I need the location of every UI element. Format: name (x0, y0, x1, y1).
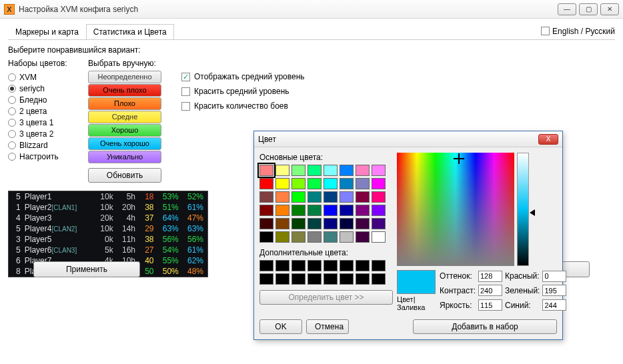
basic-color-cell[interactable] (372, 178, 386, 189)
swatch-Неопределенно[interactable]: Неопределенно (88, 71, 161, 83)
basic-color-cell[interactable] (340, 165, 354, 176)
basic-color-cell[interactable] (259, 231, 273, 243)
custom-color-cell[interactable] (356, 273, 370, 285)
custom-color-cell[interactable] (372, 273, 386, 285)
swatch-Очень плохо[interactable]: Очень плохо (88, 84, 161, 97)
basic-color-cell[interactable] (275, 191, 289, 203)
custom-color-cell[interactable] (324, 260, 338, 271)
basic-color-cell[interactable] (307, 205, 322, 216)
red-input[interactable] (542, 271, 566, 282)
custom-color-cell[interactable] (307, 260, 322, 271)
custom-color-cell[interactable] (340, 273, 354, 285)
hue-input[interactable] (478, 271, 502, 282)
swatch-Очень хорошо[interactable]: Очень хорошо (88, 137, 161, 150)
radio-бледно[interactable]: Бледно (8, 95, 75, 105)
check-paint-avg[interactable] (181, 87, 190, 96)
basic-color-cell[interactable] (356, 205, 370, 216)
basic-color-cell[interactable] (307, 165, 322, 176)
basic-color-cell[interactable] (340, 218, 354, 229)
custom-color-cell[interactable] (307, 273, 322, 285)
basic-color-cell[interactable] (259, 218, 273, 229)
lang-checkbox[interactable] (541, 27, 550, 35)
sat-input[interactable] (478, 285, 502, 296)
close-button[interactable]: ✕ (600, 3, 619, 15)
radio-blizzard[interactable]: Blizzard (8, 141, 75, 150)
basic-color-cell[interactable] (372, 191, 386, 203)
basic-color-cell[interactable] (275, 178, 289, 189)
maximize-button[interactable]: ▢ (579, 3, 598, 15)
basic-color-cell[interactable] (291, 191, 305, 203)
custom-color-cell[interactable] (324, 273, 338, 285)
custom-color-cell[interactable] (275, 273, 289, 285)
add-to-custom-button[interactable]: Добавить в набор (413, 319, 557, 334)
basic-color-cell[interactable] (307, 191, 322, 203)
basic-color-cell[interactable] (275, 231, 289, 243)
basic-color-cell[interactable] (259, 178, 273, 189)
basic-color-cell[interactable] (372, 218, 386, 229)
minimize-button[interactable]: — (558, 3, 576, 15)
basic-color-cell[interactable] (324, 205, 338, 216)
basic-color-cell[interactable] (340, 231, 354, 243)
basic-color-cell[interactable] (307, 178, 322, 189)
custom-color-cell[interactable] (291, 273, 305, 285)
basic-color-cell[interactable] (324, 218, 338, 229)
basic-color-cell[interactable] (275, 205, 289, 216)
basic-color-cell[interactable] (372, 165, 386, 176)
basic-color-cell[interactable] (259, 165, 273, 176)
basic-color-cell[interactable] (307, 218, 322, 229)
basic-color-cell[interactable] (291, 165, 305, 176)
blu-input[interactable] (542, 299, 566, 311)
basic-color-cell[interactable] (275, 165, 289, 176)
radio-3 цвета 1[interactable]: 3 цвета 1 (8, 118, 75, 127)
basic-color-cell[interactable] (291, 178, 305, 189)
custom-color-cell[interactable] (291, 260, 305, 271)
tab-stats[interactable]: Статистика и Цвета (86, 24, 174, 39)
custom-color-cell[interactable] (275, 260, 289, 271)
radio-настроить[interactable]: Настроить (8, 152, 75, 161)
swatch-Уникально[interactable]: Уникально (88, 151, 161, 163)
basic-color-cell[interactable] (340, 178, 354, 189)
lum-input[interactable] (478, 299, 502, 311)
basic-color-cell[interactable] (259, 191, 273, 203)
basic-color-cell[interactable] (356, 191, 370, 203)
luminance-slider[interactable] (517, 153, 529, 266)
basic-color-cell[interactable] (356, 231, 370, 243)
basic-color-cell[interactable] (356, 165, 370, 176)
custom-color-cell[interactable] (356, 260, 370, 271)
swatch-Плохо[interactable]: Плохо (88, 97, 161, 110)
basic-color-cell[interactable] (275, 218, 289, 229)
basic-color-cell[interactable] (372, 231, 386, 243)
basic-color-cell[interactable] (356, 178, 370, 189)
color-spectrum[interactable] (397, 153, 514, 266)
basic-color-cell[interactable] (291, 218, 305, 229)
custom-color-cell[interactable] (259, 273, 273, 285)
basic-color-cell[interactable] (291, 205, 305, 216)
basic-color-cell[interactable] (324, 178, 338, 189)
radio-3 цвета 2[interactable]: 3 цвета 2 (8, 129, 75, 139)
custom-color-cell[interactable] (259, 260, 273, 271)
check-show-avg[interactable] (181, 73, 190, 81)
radio-seriych[interactable]: seriych (8, 84, 75, 93)
radio-2 цвета[interactable]: 2 цвета (8, 107, 75, 116)
custom-color-cell[interactable] (340, 260, 354, 271)
basic-color-cell[interactable] (372, 205, 386, 216)
basic-color-cell[interactable] (356, 218, 370, 229)
grn-input[interactable] (542, 285, 566, 296)
color-ok-button[interactable]: OK (259, 319, 302, 334)
apply-button[interactable]: Применить (33, 261, 140, 277)
color-cancel-button[interactable]: Отмена (306, 319, 349, 334)
basic-color-cell[interactable] (324, 231, 338, 243)
basic-color-cell[interactable] (259, 205, 273, 216)
update-button[interactable]: Обновить (88, 168, 161, 183)
tab-markers[interactable]: Маркеры и карта (8, 24, 86, 39)
basic-color-cell[interactable] (340, 205, 354, 216)
basic-color-cell[interactable] (291, 231, 305, 243)
basic-color-cell[interactable] (340, 191, 354, 203)
color-dialog-close[interactable]: X (538, 134, 558, 145)
basic-color-cell[interactable] (324, 165, 338, 176)
check-paint-battles[interactable] (181, 102, 190, 111)
basic-color-cell[interactable] (324, 191, 338, 203)
swatch-Средне[interactable]: Средне (88, 111, 161, 123)
custom-color-cell[interactable] (372, 260, 386, 271)
swatch-Хорошо[interactable]: Хорошо (88, 124, 161, 137)
